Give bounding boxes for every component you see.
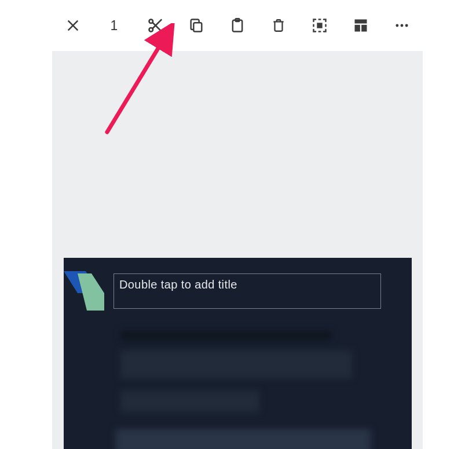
close-icon [65, 18, 80, 33]
svg-point-17 [396, 24, 398, 27]
logo-graphic [64, 271, 104, 311]
slide-content-blur [116, 429, 371, 449]
more-button[interactable] [391, 15, 412, 36]
svg-point-3 [149, 28, 153, 31]
delete-button[interactable] [268, 15, 289, 36]
svg-rect-9 [317, 23, 322, 28]
select-all-button[interactable] [309, 15, 330, 36]
copy-button[interactable] [186, 15, 207, 36]
paste-icon [229, 17, 246, 34]
close-button[interactable] [63, 15, 83, 36]
title-placeholder-text: Double tap to add title [119, 278, 237, 291]
layout-icon [353, 17, 369, 34]
slide[interactable]: Double tap to add title [64, 258, 412, 449]
cut-icon [147, 17, 164, 34]
svg-rect-14 [355, 20, 367, 24]
cut-button[interactable] [145, 15, 166, 36]
selection-count: 1 [104, 15, 125, 36]
canvas-area[interactable]: Double tap to add title [52, 51, 423, 449]
copy-icon [188, 17, 204, 34]
svg-rect-6 [193, 23, 202, 31]
select-all-icon [312, 17, 328, 34]
svg-rect-16 [361, 25, 367, 32]
layout-button[interactable] [350, 15, 371, 36]
more-icon [394, 17, 410, 34]
toolbar: 1 [52, 0, 423, 51]
title-placeholder[interactable]: Double tap to add title [113, 273, 381, 309]
slide-content-blur [120, 391, 259, 412]
svg-rect-15 [355, 25, 360, 32]
svg-point-18 [401, 24, 404, 27]
delete-icon [271, 18, 286, 33]
slide-content-blur [120, 331, 332, 340]
svg-point-2 [149, 20, 153, 24]
slide-content-blur [120, 351, 352, 378]
paste-button[interactable] [227, 15, 248, 36]
svg-point-19 [405, 24, 408, 27]
